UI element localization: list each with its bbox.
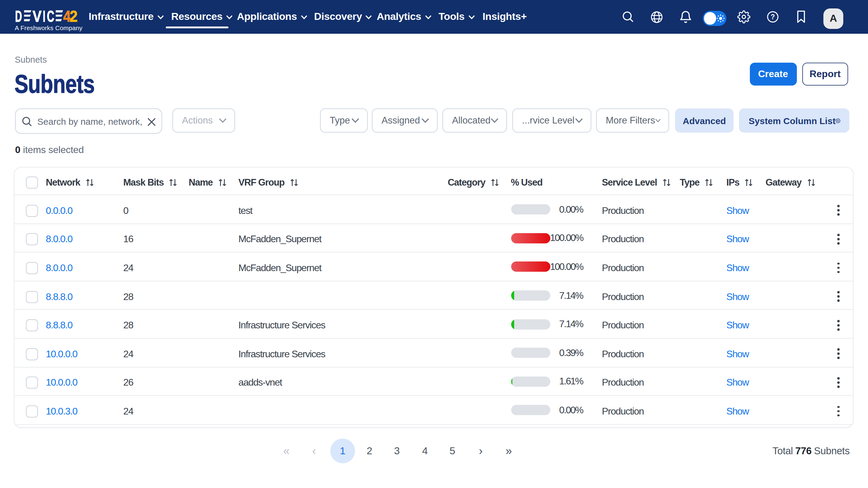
svg-text:I: I: [42, 10, 45, 22]
svg-text:?: ?: [771, 13, 775, 21]
svg-text:C: C: [46, 10, 54, 22]
svg-text:2: 2: [69, 10, 77, 22]
svg-text:V: V: [32, 10, 41, 22]
svg-text:D: D: [15, 10, 22, 22]
